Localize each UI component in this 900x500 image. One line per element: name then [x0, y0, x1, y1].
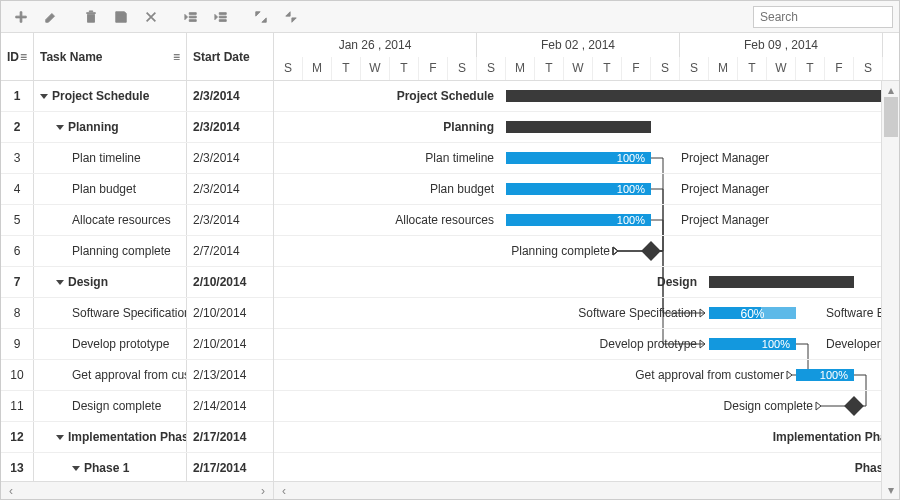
gantt-app: ID≡ Task Name≡ Start Date 1Project Sched… [0, 0, 900, 500]
milestone-marker[interactable] [641, 241, 661, 261]
right-vscroll[interactable]: ▴ ▾ [881, 81, 899, 499]
bar-label: Plan budget [274, 182, 494, 196]
cell-date: 2/17/2014 [187, 422, 273, 452]
resource-label: Project Manager [681, 151, 769, 165]
grid-row[interactable]: 1Project Schedule2/3/2014 [1, 81, 273, 112]
cell-id: 3 [1, 143, 34, 173]
task-bar[interactable]: 100% [506, 183, 651, 195]
save-button[interactable] [107, 4, 135, 30]
task-bar[interactable]: 100% [709, 338, 796, 350]
grid-row[interactable]: 5Allocate resources2/3/2014 [1, 205, 273, 236]
task-bar[interactable]: 100% [506, 214, 651, 226]
grid-row[interactable]: 4Plan budget2/3/2014 [1, 174, 273, 205]
scroll-up-icon[interactable]: ▴ [883, 83, 899, 97]
bar-label: Software Specification [274, 306, 697, 320]
cell-task: Phase 1 [34, 453, 187, 481]
task-name: Plan timeline [72, 151, 141, 165]
col-header-task[interactable]: Task Name≡ [34, 33, 187, 80]
task-bar[interactable]: 60% [709, 307, 796, 319]
summary-bar[interactable] [506, 121, 651, 133]
collapse-button[interactable] [277, 4, 305, 30]
cell-id: 8 [1, 298, 34, 328]
caret-icon[interactable] [72, 466, 80, 471]
grid-row[interactable]: 7Design2/10/2014 [1, 267, 273, 298]
cell-task: Design [34, 267, 187, 297]
caret-icon[interactable] [56, 280, 64, 285]
day-header: T [332, 57, 361, 81]
task-name: Planning [68, 120, 119, 134]
day-header: T [535, 57, 564, 81]
summary-bar[interactable] [506, 90, 894, 102]
outdent-button[interactable] [177, 4, 205, 30]
cell-task: Implementation Phase [34, 422, 187, 452]
milestone-marker[interactable] [844, 396, 864, 416]
menu-icon[interactable]: ≡ [20, 50, 27, 64]
expand-button[interactable] [247, 4, 275, 30]
day-header: S [274, 57, 303, 81]
day-header: F [419, 57, 448, 81]
day-header: W [564, 57, 593, 81]
search-input[interactable] [753, 6, 893, 28]
bar-label: Design complete [274, 399, 813, 413]
task-name: Allocate resources [72, 213, 171, 227]
task-name: Phase 1 [84, 461, 129, 475]
summary-bar[interactable] [709, 276, 854, 288]
cell-task: Allocate resources [34, 205, 187, 235]
grid-row[interactable]: 9Develop prototype2/10/2014 [1, 329, 273, 360]
grid-row[interactable]: 8Software Specification2/10/2014 [1, 298, 273, 329]
scroll-left-icon[interactable]: ‹ [3, 484, 19, 498]
timeline-rows: Project SchedulePlanningPlan timeline100… [274, 81, 899, 481]
task-bar[interactable]: 100% [506, 152, 651, 164]
timeline-row: Plan timeline100%Project Manager [274, 143, 899, 174]
task-name: Implementation Phase [68, 430, 187, 444]
task-grid: ID≡ Task Name≡ Start Date 1Project Sched… [1, 33, 274, 499]
right-hscroll[interactable]: ‹ › [274, 481, 899, 499]
caret-icon[interactable] [40, 94, 48, 99]
menu-icon[interactable]: ≡ [173, 50, 180, 64]
timeline-row: Allocate resources100%Project Manager [274, 205, 899, 236]
delete-button[interactable] [77, 4, 105, 30]
cell-task: Planning complete [34, 236, 187, 266]
day-header: S [448, 57, 477, 81]
caret-icon[interactable] [56, 125, 64, 130]
edit-button[interactable] [37, 4, 65, 30]
left-hscroll[interactable]: ‹ › [1, 481, 273, 499]
timeline-row: Design [274, 267, 899, 298]
grid-row[interactable]: 13Phase 12/17/2014 [1, 453, 273, 481]
toolbar [1, 1, 899, 33]
indent-button[interactable] [207, 4, 235, 30]
week-header: Feb 09 , 2014 [680, 33, 883, 57]
col-header-start[interactable]: Start Date [187, 33, 273, 80]
grid-row[interactable]: 3Plan timeline2/3/2014 [1, 143, 273, 174]
scroll-down-icon[interactable]: ▾ [883, 483, 899, 497]
bar-label: Plan timeline [274, 151, 494, 165]
add-button[interactable] [7, 4, 35, 30]
timeline-row: Software Specification60%Software Engine… [274, 298, 899, 329]
scroll-left-icon[interactable]: ‹ [276, 484, 292, 498]
grid-row[interactable]: 12Implementation Phase2/17/2014 [1, 422, 273, 453]
cell-date: 2/3/2014 [187, 81, 273, 111]
task-name: Project Schedule [52, 89, 149, 103]
grid-row[interactable]: 10Get approval from customer2/13/2014 [1, 360, 273, 391]
cell-date: 2/7/2014 [187, 236, 273, 266]
day-header: T [593, 57, 622, 81]
timeline-row: Design complete [274, 391, 899, 422]
resource-label: Project Manager [681, 182, 769, 196]
grid-row[interactable]: 11Design complete2/14/2014 [1, 391, 273, 422]
cell-id: 2 [1, 112, 34, 142]
day-header: T [738, 57, 767, 81]
cell-task: Software Specification [34, 298, 187, 328]
scroll-right-icon[interactable]: › [255, 484, 271, 498]
day-header: W [361, 57, 390, 81]
task-bar[interactable]: 100% [796, 369, 854, 381]
task-name: Get approval from customer [72, 368, 187, 382]
col-header-id[interactable]: ID≡ [1, 33, 34, 80]
grid-row[interactable]: 6Planning complete2/7/2014 [1, 236, 273, 267]
cell-task: Plan budget [34, 174, 187, 204]
gantt-body: ID≡ Task Name≡ Start Date 1Project Sched… [1, 33, 899, 499]
caret-icon[interactable] [56, 435, 64, 440]
cancel-button[interactable] [137, 4, 165, 30]
cell-date: 2/3/2014 [187, 174, 273, 204]
task-name: Software Specification [72, 306, 187, 320]
grid-row[interactable]: 2Planning2/3/2014 [1, 112, 273, 143]
